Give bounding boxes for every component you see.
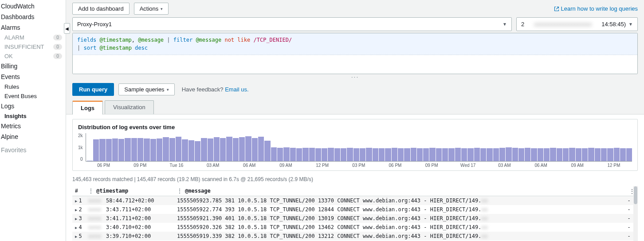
bar[interactable] — [169, 138, 175, 162]
bar[interactable] — [417, 148, 423, 161]
bar[interactable] — [112, 138, 118, 161]
bar[interactable] — [429, 148, 435, 161]
nav-ok[interactable]: OK0 — [0, 51, 66, 61]
bar[interactable] — [455, 148, 461, 161]
bar[interactable] — [544, 148, 550, 161]
expand-row-icon[interactable]: ▶ — [75, 199, 77, 203]
bar[interactable] — [258, 137, 264, 161]
bar[interactable] — [283, 147, 289, 162]
bar[interactable] — [341, 148, 346, 161]
bar[interactable] — [239, 137, 245, 161]
bar[interactable] — [99, 139, 105, 161]
bar[interactable] — [563, 148, 569, 161]
nav-billing[interactable]: Billing — [0, 61, 66, 71]
bar[interactable] — [392, 148, 397, 161]
bar[interactable] — [448, 148, 454, 161]
nav-event-buses[interactable]: Event Buses — [0, 91, 66, 101]
query-editor[interactable]: fields @timestamp, @message | filter @me… — [72, 33, 638, 74]
bar[interactable] — [290, 148, 296, 161]
expand-row-icon[interactable]: ▶ — [75, 217, 77, 221]
query-code[interactable]: fields @timestamp, @message | filter @me… — [73, 33, 637, 55]
table-row[interactable]: ▶2xxxx3:43.711+02:001555505922.774 393 1… — [72, 205, 638, 214]
col-timestamp[interactable]: ⋮@timestamp — [86, 186, 174, 196]
bar[interactable] — [233, 138, 239, 162]
table-row[interactable]: ▶5xxxx3:39.710+02:001555505919.339 382 1… — [72, 232, 638, 241]
bar[interactable] — [118, 139, 124, 161]
learn-link[interactable]: Learn how to write log queries — [554, 5, 638, 12]
bar[interactable] — [226, 137, 232, 161]
bar[interactable] — [252, 138, 258, 162]
bar[interactable] — [620, 148, 626, 161]
editor-resize-handle[interactable]: ··· — [66, 74, 644, 79]
bar[interactable] — [487, 148, 492, 161]
bar[interactable] — [201, 138, 207, 162]
email-us-link[interactable]: Email us. — [225, 86, 248, 93]
nav-alpine[interactable]: Alpine — [0, 131, 66, 142]
log-group-select[interactable]: Proxy-Proxy1 ▼ — [72, 17, 512, 31]
bar[interactable] — [467, 148, 473, 161]
nav-alarms[interactable]: Alarms — [0, 22, 66, 33]
sidebar-collapse-button[interactable]: ◀ — [64, 23, 70, 34]
nav-alarm-state[interactable]: ALARM0 — [0, 33, 66, 42]
bar[interactable] — [576, 148, 581, 161]
table-row[interactable]: ▶3xxxx3:41.711+02:001555505921.390 401 1… — [72, 214, 638, 223]
tab-logs[interactable]: Logs — [72, 101, 103, 115]
nav-events[interactable]: Events — [0, 71, 66, 82]
bar[interactable] — [353, 148, 359, 161]
bar[interactable] — [157, 138, 162, 161]
bar[interactable] — [125, 138, 130, 162]
tab-visualization[interactable]: Visualization — [105, 100, 154, 114]
bar[interactable] — [423, 148, 429, 161]
bar[interactable] — [550, 148, 556, 161]
drag-handle-icon[interactable]: ⋮ — [88, 188, 94, 194]
drag-handle-icon[interactable]: ⋮ — [177, 188, 182, 194]
bar[interactable] — [398, 148, 404, 161]
bar[interactable] — [131, 138, 137, 162]
col-message[interactable]: ⋮@message — [174, 186, 620, 196]
bar[interactable] — [461, 148, 467, 161]
bar[interactable] — [512, 148, 518, 161]
bar[interactable] — [499, 148, 505, 161]
bar[interactable] — [334, 148, 340, 161]
bar[interactable] — [442, 148, 448, 161]
add-to-dashboard-button[interactable]: Add to dashboard — [72, 3, 130, 15]
nav-dashboards[interactable]: Dashboards — [0, 12, 66, 22]
bar[interactable] — [614, 148, 620, 161]
bar[interactable] — [150, 139, 156, 161]
nav-insufficient[interactable]: INSUFFICIENT0 — [0, 42, 66, 51]
bar[interactable] — [569, 148, 575, 161]
bar[interactable] — [385, 148, 391, 161]
bar[interactable] — [360, 148, 365, 161]
bar[interactable] — [144, 138, 149, 161]
nav-cloudwatch[interactable]: CloudWatch — [0, 1, 66, 12]
bar[interactable] — [163, 137, 169, 161]
bar[interactable] — [607, 148, 613, 161]
bar[interactable] — [373, 148, 378, 161]
run-query-button[interactable]: Run query — [72, 83, 114, 96]
bar[interactable] — [366, 148, 372, 161]
bar[interactable] — [93, 139, 99, 161]
nav-logs[interactable]: Logs — [0, 101, 66, 111]
bar[interactable] — [538, 148, 543, 161]
table-row[interactable]: ▶4xxxx3:40.710+02:001555505920.326 382 1… — [72, 223, 638, 232]
bar[interactable] — [315, 148, 321, 161]
bar[interactable] — [379, 148, 385, 161]
expand-row-icon[interactable]: ▶ — [75, 234, 77, 239]
bar[interactable] — [588, 148, 594, 161]
bar[interactable] — [302, 148, 308, 161]
bar[interactable] — [195, 141, 200, 161]
bar[interactable] — [557, 148, 562, 161]
bar[interactable] — [245, 136, 251, 161]
nav-rules[interactable]: Rules — [0, 82, 66, 91]
bar[interactable] — [595, 148, 601, 161]
scrollbar[interactable] — [633, 186, 638, 241]
bar[interactable] — [480, 148, 486, 161]
bars[interactable] — [86, 133, 632, 162]
bar[interactable] — [518, 148, 524, 161]
bar[interactable] — [220, 138, 226, 162]
nav-favorites[interactable]: Favorites — [0, 145, 66, 155]
table-row[interactable]: ▶1xxxx58:44.712+02:001555505923.785 381 … — [72, 196, 638, 205]
bar[interactable] — [474, 148, 480, 161]
bar[interactable] — [309, 148, 315, 161]
bar[interactable] — [328, 148, 334, 161]
